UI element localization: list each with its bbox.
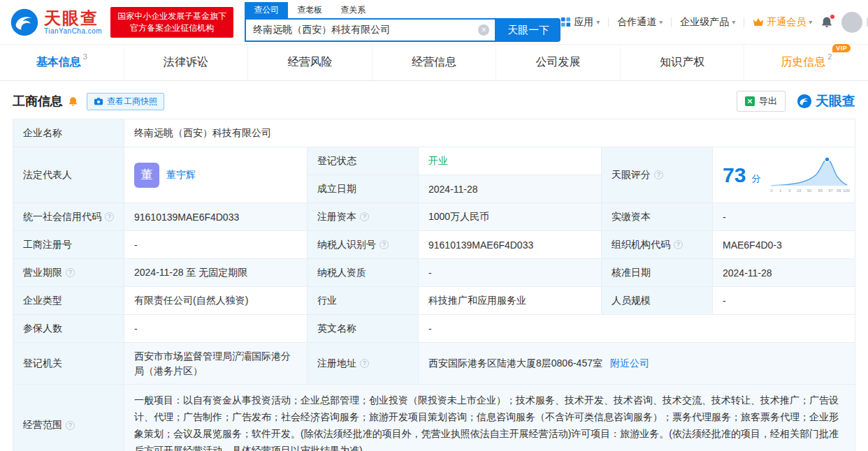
certification-badge-line2: 官方备案企业征信机构 (117, 22, 226, 34)
table-row: 营业期限? 2024-11-28 至 无固定期限 纳税人资质 - 核准日期 20… (13, 259, 855, 287)
nearby-companies-link[interactable]: 附近公司 (610, 357, 649, 370)
field-label-score: 天眼评分 ? (602, 147, 713, 202)
nav-apps-label: 应用 (574, 16, 593, 29)
section-head: 工商信息 查看工商快照 导出 天眼查 (13, 91, 855, 112)
company-search-input[interactable] (246, 24, 478, 36)
field-value-reg-number: - (124, 231, 308, 258)
main-content: 工商信息 查看工商快照 导出 天眼查 (0, 91, 868, 451)
business-info-table: 企业名称 终南远眺（西安）科技有限公司 法定代表人 董 董宇辉 登记状态 开业 … (13, 119, 855, 451)
question-icon[interactable]: ? (360, 212, 369, 221)
field-label-business-term: 营业期限? (13, 259, 124, 286)
tab-company-development[interactable]: 公司发展 (496, 45, 620, 80)
table-row: 法定代表人 董 董宇辉 登记状态 开业 成立日期 2024-11-28 天眼评分… (13, 147, 855, 203)
notification-bell[interactable] (820, 16, 833, 29)
search-tab-boss[interactable]: 查老板 (288, 2, 331, 18)
nav-divider (744, 17, 744, 27)
announcement-bell-icon (68, 96, 78, 107)
chevron-down-icon: ▾ (659, 18, 663, 26)
tab-intellectual-property[interactable]: 知识产权 (620, 45, 744, 80)
nav-enterprise-products[interactable]: 企业级产品 ▾ (680, 16, 735, 29)
field-label-staff-size: 人员规模 (602, 287, 713, 314)
tab-history-info[interactable]: 历史信息 2 VIP (744, 45, 868, 80)
top-header: 天眼查 TianYanCha.com 国家中小企业发展子基金旗下 官方备案企业征… (0, 0, 868, 45)
tianyancha-logo[interactable]: 天眼查 TianYanCha.com (10, 8, 102, 37)
export-button[interactable]: 导出 (737, 91, 786, 112)
field-value-taxpayer-quality: - (419, 259, 602, 286)
nav-open-vip-label: 开通会员 (767, 16, 806, 29)
nav-cooperation[interactable]: 合作通道 ▾ (617, 16, 663, 29)
question-icon[interactable]: ? (379, 240, 389, 249)
field-value-english-name: - (419, 315, 855, 342)
score-chart-tick: 85 (818, 188, 823, 193)
field-value-reg-authority: 西安市市场监督管理局浐灞国际港分局（港务片区） (124, 343, 308, 384)
field-label-address: 注册地址? (308, 343, 419, 384)
field-value-business-scope: 一般项目：以自有资金从事投资活动；企业总部管理；创业投资（限投资未上市企业）；技… (124, 385, 855, 451)
status-date-subtable: 登记状态 开业 成立日期 2024-11-28 (308, 147, 602, 202)
nav-open-vip[interactable]: 开通会员 ▾ (753, 16, 812, 29)
business-snapshot-button[interactable]: 查看工商快照 (87, 93, 164, 110)
field-value-reg-capital: 1000万人民币 (419, 203, 602, 230)
tab-legal-label: 法律诉讼 (164, 55, 208, 70)
search-button[interactable]: 天眼一下 (496, 18, 560, 42)
clear-search-icon[interactable]: × (478, 24, 489, 36)
legal-rep-avatar: 董 (134, 163, 159, 188)
field-value-score: 73 分 0 1 3 15 50 85 97 9 (713, 147, 855, 202)
field-value-legal-rep: 董 董宇辉 (124, 147, 308, 202)
question-icon[interactable]: ? (654, 170, 663, 179)
score-chart-tick: 0 (770, 188, 773, 193)
nav-divider (608, 17, 609, 27)
search-tab-company[interactable]: 查公司 (245, 2, 288, 18)
tab-basic-info-label: 基本信息 (36, 55, 81, 70)
question-icon[interactable]: ? (360, 359, 369, 368)
question-icon[interactable]: ? (66, 268, 75, 277)
tab-operating-info[interactable]: 经营信息 (372, 45, 496, 80)
question-icon[interactable]: ? (66, 421, 75, 430)
user-avatar[interactable] (841, 12, 862, 33)
field-label-taxpayer-id: 纳税人识别号? (308, 231, 419, 258)
score-chart-tick: 15 (797, 188, 802, 193)
nav-apps[interactable]: 应用 ▾ (560, 16, 600, 29)
vip-badge: VIP (832, 44, 851, 52)
field-value-establish-date: 2024-11-28 (419, 175, 602, 202)
tab-legal-proceedings[interactable]: 法律诉讼 (124, 45, 248, 80)
score-chart-tick: 100 (843, 188, 851, 193)
tab-operating-risk[interactable]: 经营风险 (247, 45, 372, 80)
search-box: × (245, 18, 496, 42)
table-row: 统一社会信用代码? 91610139MAE6F4D033 注册资本? 1000万… (13, 203, 855, 231)
camera-icon (94, 97, 103, 105)
export-label: 导出 (759, 95, 777, 108)
chevron-down-icon: ▾ (732, 18, 735, 26)
section-title: 工商信息 (13, 93, 63, 110)
search-tab-relation[interactable]: 查关系 (331, 2, 375, 18)
search-tabs: 查公司 查老板 查关系 (245, 2, 560, 18)
notification-red-dot (830, 15, 834, 19)
field-label-legal-rep: 法定代表人 (13, 147, 124, 202)
nav-cooperation-label: 合作通道 (617, 16, 656, 29)
field-label-reg-authority: 登记机关 (13, 343, 124, 384)
table-row: 参保人数 - 英文名称 - (13, 315, 855, 343)
field-label-reg-capital: 注册资本? (308, 203, 419, 230)
brand-name: 天眼查 (44, 9, 102, 27)
score-marker-dot (825, 157, 830, 162)
table-subrow: 成立日期 2024-11-28 (308, 175, 602, 202)
field-label-taxpayer-quality: 纳税人资质 (308, 259, 419, 286)
search-area: 查公司 查老板 查关系 × 天眼一下 (245, 2, 560, 42)
question-icon[interactable]: ? (105, 212, 114, 221)
score-number: 73 (723, 165, 746, 186)
field-value-credit-code: 91610139MAE6F4D033 (124, 203, 308, 230)
table-row: 登记机关 西安市市场监督管理局浐灞国际港分局（港务片区） 注册地址? 西安国际港… (13, 343, 855, 385)
field-value-address: 西安国际港务区陆港大厦8层0806-457室 附近公司 (419, 343, 855, 384)
tianyancha-watermark: 天眼查 (797, 92, 855, 110)
question-icon[interactable]: ? (674, 240, 683, 249)
user-account[interactable] (841, 12, 868, 33)
field-label-english-name: 英文名称 (308, 315, 419, 342)
tab-basic-info[interactable]: 基本信息 3 (0, 45, 124, 80)
table-subrow: 登记状态 开业 (308, 147, 602, 175)
tab-basic-info-count: 3 (83, 52, 87, 61)
business-snapshot-label: 查看工商快照 (107, 96, 157, 108)
field-value-reg-status: 开业 (419, 147, 602, 175)
legal-rep-link[interactable]: 董宇辉 (166, 169, 196, 182)
score-unit: 分 (751, 172, 760, 185)
score-chart-tick: 3 (788, 188, 791, 193)
field-value-approval-date: 2024-11-28 (713, 259, 855, 286)
